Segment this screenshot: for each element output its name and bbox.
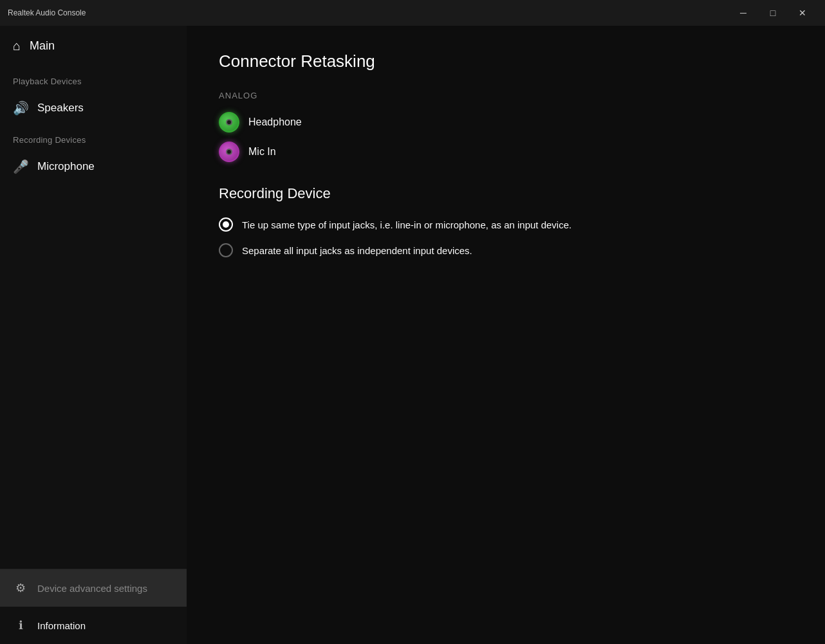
headphone-icon [219,112,239,133]
headphone-icon-inner [226,119,232,125]
app-container: ⌂ Main Playback Devices 🔊 Speakers Recor… [0,26,825,644]
device-advanced-settings-label: Device advanced settings [37,583,147,594]
headphone-connector[interactable]: Headphone [219,112,793,133]
playback-section-header: Playback Devices [0,66,187,91]
sidebar: ⌂ Main Playback Devices 🔊 Speakers Recor… [0,26,187,644]
nav-microphone[interactable]: 🎤 Microphone [0,150,187,183]
page-title: Connector Retasking [219,51,793,71]
radio-circle-2 [219,243,233,257]
information-item[interactable]: ℹ Information [0,607,187,644]
app-title: Realtek Audio Console [8,8,86,17]
gear-icon: ⚙ [13,581,28,595]
information-label: Information [37,620,86,631]
nav-speakers[interactable]: 🔊 Speakers [0,91,187,125]
title-bar-controls: ─ □ ✕ [728,0,817,26]
mic-in-connector[interactable]: Mic In [219,142,793,162]
device-advanced-settings-item[interactable]: ⚙ Device advanced settings [0,569,187,607]
headphone-label: Headphone [248,116,302,128]
radio-label-1: Tie up same type of input jacks, i.e. li… [242,219,571,230]
mic-in-icon [219,142,239,162]
title-bar-left: Realtek Audio Console [8,8,86,17]
main-label: Main [30,39,55,53]
minimize-button[interactable]: ─ [728,0,758,26]
recording-device-title: Recording Device [219,185,793,202]
nav-main-item[interactable]: ⌂ Main [0,26,187,66]
radio-circle-1 [219,217,233,232]
analog-label: ANALOG [219,91,793,100]
microphone-icon: 🎤 [13,159,28,174]
recording-device-section: Recording Device Tie up same type of inp… [219,185,793,257]
speakers-label: Speakers [37,102,84,115]
mic-in-label: Mic In [248,146,276,158]
mic-in-icon-inner [226,149,232,155]
main-content: Connector Retasking ANALOG Headphone Mic… [187,26,825,644]
close-button[interactable]: ✕ [788,0,817,26]
sidebar-main: ⌂ Main Playback Devices 🔊 Speakers Recor… [0,26,187,569]
radio-option-2[interactable]: Separate all input jacks as independent … [219,243,793,257]
maximize-button[interactable]: □ [758,0,788,26]
home-icon: ⌂ [13,39,21,53]
radio-option-1[interactable]: Tie up same type of input jacks, i.e. li… [219,217,793,232]
recording-section-header: Recording Devices [0,125,187,150]
title-bar: Realtek Audio Console ─ □ ✕ [0,0,825,26]
speaker-icon: 🔊 [13,100,28,116]
sidebar-bottom: ⚙ Device advanced settings ℹ Information [0,569,187,644]
radio-label-2: Separate all input jacks as independent … [242,245,472,256]
info-icon: ℹ [13,618,28,632]
microphone-label: Microphone [37,160,95,173]
